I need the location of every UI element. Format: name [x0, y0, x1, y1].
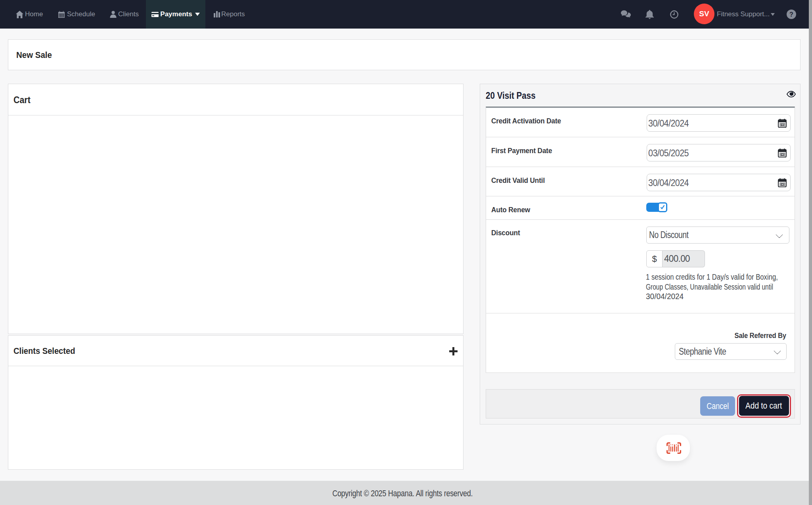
svg-text:?: ? [789, 11, 793, 18]
